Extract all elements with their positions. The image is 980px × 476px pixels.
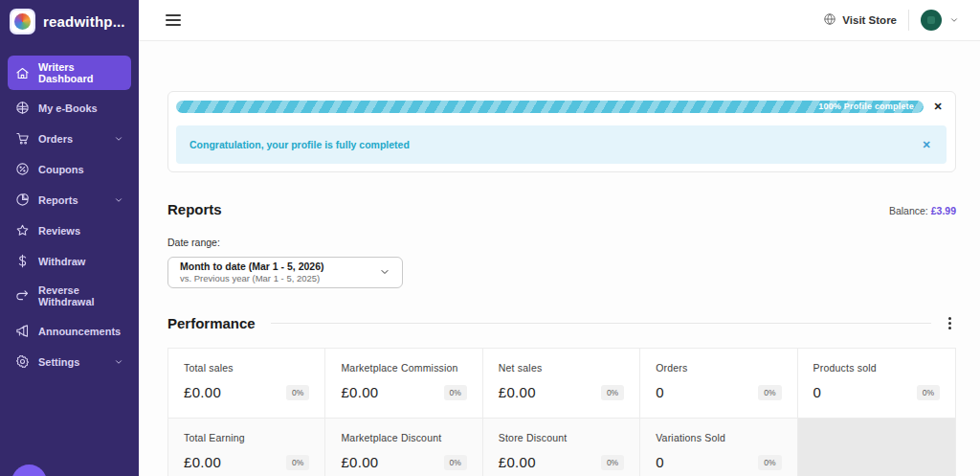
sidebar: readwithp... Writers DashboardMy e-Books… (0, 0, 139, 476)
kebab-menu-icon[interactable] (943, 316, 956, 331)
stat-card-products-sold: Products sold00% (798, 349, 955, 419)
stat-label: Total Earning (184, 432, 309, 443)
profile-progress-label: 100% Profile complete (818, 101, 914, 113)
stat-value: £0.00 (341, 454, 378, 470)
chevron-down-icon (949, 11, 959, 29)
stat-label: Orders (656, 362, 781, 374)
reports-title: Reports (167, 201, 222, 217)
globe-icon (823, 12, 836, 28)
stat-card-total-earning: Total Earning£0.000% (168, 419, 325, 476)
sidebar-item-announcements[interactable]: Announcements (8, 318, 131, 344)
date-range-primary: Month to date (Mar 1 - 5, 2026) (180, 261, 324, 273)
sidebar-item-coupons[interactable]: Coupons (8, 156, 131, 182)
stat-value: £0.00 (341, 384, 378, 400)
stat-value: £0.00 (499, 454, 536, 470)
avatar (921, 10, 942, 31)
logo-icon (10, 9, 35, 34)
redo-icon (15, 289, 30, 304)
stat-value: £0.00 (184, 454, 221, 470)
chevron-down-icon (114, 195, 123, 205)
stat-value: 0 (656, 384, 664, 400)
stat-change-badge: 0% (601, 385, 624, 400)
user-menu[interactable] (921, 10, 959, 31)
chevron-down-icon (114, 357, 123, 367)
stat-label: Store Discount (499, 432, 624, 443)
sidebar-item-orders[interactable]: Orders (8, 125, 131, 151)
date-range-secondary: vs. Previous year (Mar 1 - 5, 2025) (180, 273, 324, 284)
stat-label: Net sales (499, 362, 624, 374)
sidebar-item-label: Orders (38, 133, 73, 145)
sidebar-item-my-e-books[interactable]: My e-Books (8, 95, 131, 121)
alert-close-icon[interactable]: ✕ (918, 136, 935, 153)
stat-label: Products sold (813, 362, 940, 374)
stat-value: £0.00 (184, 384, 221, 400)
sidebar-item-reverse-withdrawal[interactable]: Reverse Withdrawal (8, 279, 131, 313)
stat-label: Variations Sold (656, 432, 781, 443)
stat-label: Marketplace Commission (341, 362, 466, 374)
stat-change-badge: 0% (917, 385, 940, 400)
performance-stats-grid: Total sales£0.000%Marketplace Commission… (167, 348, 956, 476)
stat-card-orders: Orders00% (640, 349, 797, 419)
stat-card-store-discount: Store Discount£0.000% (483, 419, 640, 476)
stat-change-badge: 0% (444, 385, 467, 400)
performance-title: Performance (167, 315, 256, 331)
stat-value: 0 (656, 454, 664, 470)
date-range-select[interactable]: Month to date (Mar 1 - 5, 2026) vs. Prev… (167, 257, 403, 288)
alert-text: Congratulation, your profile is fully co… (189, 139, 410, 150)
stat-card-marketplace-commission: Marketplace Commission£0.000% (325, 349, 482, 419)
stat-card-net-sales: Net sales£0.000% (483, 349, 640, 419)
date-range-label: Date range: (167, 237, 956, 248)
main-area: Visit Store 100% Profile complete ✕ Cong… (139, 0, 980, 476)
sidebar-item-label: Coupons (38, 164, 84, 175)
progress-close-icon[interactable]: ✕ (929, 98, 947, 115)
sidebar-item-label: Writers Dashboard (38, 61, 123, 84)
stat-change-badge: 0% (758, 455, 781, 470)
content: 100% Profile complete ✕ Congratulation, … (139, 91, 980, 476)
balance: Balance: £3.99 (889, 205, 956, 216)
sidebar-item-writers-dashboard[interactable]: Writers Dashboard (8, 56, 131, 90)
megaphone-icon (15, 324, 30, 338)
logo-text: readwithp... (43, 13, 125, 30)
stat-change-badge: 0% (601, 455, 624, 470)
stat-change-badge: 0% (286, 455, 309, 470)
sidebar-item-reviews[interactable]: Reviews (8, 217, 131, 243)
sidebar-item-label: Announcements (38, 326, 121, 337)
stat-change-badge: 0% (444, 455, 467, 470)
ebook-icon (15, 101, 30, 115)
topbar: Visit Store (139, 0, 980, 41)
stat-label: Total sales (184, 362, 309, 374)
stat-label: Marketplace Discount (341, 432, 466, 443)
sidebar-item-label: Reports (38, 194, 78, 206)
balance-link[interactable]: £3.99 (931, 205, 956, 216)
home-icon (15, 66, 30, 80)
divider (271, 323, 931, 324)
profile-complete-alert: Congratulation, your profile is fully co… (176, 125, 947, 164)
stat-value: 0 (813, 384, 822, 400)
profile-progress-bar: 100% Profile complete (176, 101, 924, 113)
sidebar-nav: Writers DashboardMy e-BooksOrdersCoupons… (0, 42, 139, 374)
sidebar-item-withdraw[interactable]: Withdraw (8, 248, 131, 274)
sidebar-item-label: Reverse Withdrawal (38, 284, 123, 307)
gear-icon (15, 354, 30, 369)
sidebar-item-reports[interactable]: Reports (8, 187, 131, 213)
sidebar-item-label: Reviews (38, 225, 80, 237)
sidebar-item-label: Withdraw (38, 256, 85, 267)
sidebar-item-settings[interactable]: Settings (8, 349, 131, 374)
profile-completion-card: 100% Profile complete ✕ Congratulation, … (167, 91, 956, 172)
stat-value: £0.00 (499, 384, 536, 400)
pie-chart-icon (15, 193, 30, 207)
cart-icon (15, 131, 30, 146)
topbar-divider (908, 10, 909, 31)
stat-card-marketplace-discount: Marketplace Discount£0.000% (325, 419, 482, 476)
percent-icon (15, 162, 30, 176)
balance-label: Balance: (889, 205, 928, 216)
chevron-down-icon (114, 134, 123, 144)
visit-store-button[interactable]: Visit Store (823, 12, 897, 28)
visit-store-label: Visit Store (842, 14, 897, 26)
menu-icon[interactable] (166, 14, 181, 26)
sidebar-item-label: My e-Books (38, 102, 98, 114)
dollar-icon (15, 254, 30, 268)
stat-card-total-sales: Total sales£0.000% (168, 349, 325, 419)
stat-change-badge: 0% (758, 385, 781, 400)
logo[interactable]: readwithp... (0, 0, 139, 42)
